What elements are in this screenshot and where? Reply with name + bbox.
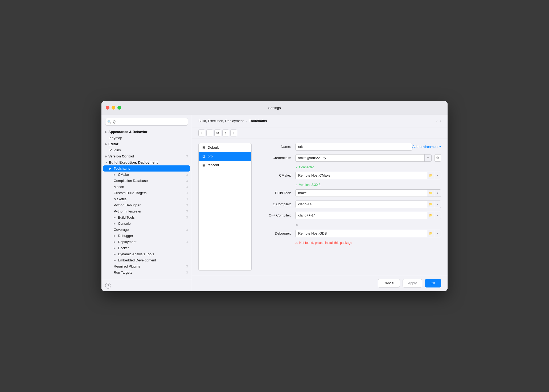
debugger-select-wrap[interactable]: Remote Host GDB 📁 ▾ (295, 230, 441, 237)
toolchain-item-tencent[interactable]: 🖥 tencent (199, 161, 251, 169)
breadcrumb-current: Toolchains (249, 119, 267, 123)
c-compiler-dropdown-button[interactable]: ▾ (434, 201, 441, 208)
window-title: Settings (268, 106, 281, 110)
sync-icon: ⊡ (186, 265, 188, 268)
sidebar-item-label: Editor (108, 142, 118, 146)
build-tool-field-wrap: make 📁 ▾ (295, 189, 441, 197)
credentials-select-wrap[interactable]: smith@orb:22 key ▾ (295, 154, 432, 162)
c-compiler-field-wrap: clang-14 📁 ▾ (295, 201, 441, 208)
back-arrow[interactable]: ‹ (436, 119, 437, 123)
cpp-compiler-file-button[interactable]: 📁 (427, 212, 434, 219)
debugger-error-text: Not found, please install this package (299, 241, 352, 245)
sidebar-item-debugger[interactable]: ▶ Debugger (101, 233, 192, 239)
sidebar-item-python-interpreter[interactable]: Python Interpreter ⊡ (101, 208, 192, 214)
c-compiler-row: C Compiler: clang-14 📁 ▾ (258, 201, 441, 208)
sidebar-item-deployment[interactable]: ▶ Deployment ⊡ (101, 239, 192, 245)
sidebar-item-plugins[interactable]: Plugins (101, 147, 192, 153)
chevron-down-icon: ▾ (439, 145, 441, 149)
c-compiler-label: C Compiler: (258, 202, 295, 206)
sidebar-item-run-targets[interactable]: Run Targets ⊡ (101, 269, 192, 276)
sidebar-item-label: Dynamic Analysis Tools (118, 252, 154, 256)
maximize-button[interactable] (117, 106, 121, 110)
breadcrumb-bar: Build, Execution, Deployment › Toolchain… (192, 115, 448, 127)
cancel-button[interactable]: Cancel (378, 279, 400, 287)
settings-window: Settings 🔍 ▶ Appearance & Behavior Keyma… (101, 101, 448, 291)
sidebar-footer: ? (101, 280, 192, 291)
minimize-button[interactable] (112, 106, 115, 110)
sidebar-item-build-tools[interactable]: ▶ Build Tools ⊡ (101, 214, 192, 220)
sidebar-item-coverage[interactable]: Coverage ⊡ (101, 227, 192, 233)
toolchain-area: 🖥 Default 🖥 orb 🖥 tencent (192, 139, 448, 275)
toolchain-item-orb[interactable]: 🖥 orb (199, 152, 251, 161)
sidebar-item-label: Makefile (114, 197, 126, 201)
sidebar-item-meson[interactable]: Meson ⊡ (101, 184, 192, 190)
sidebar-item-label: Embedded Development (118, 258, 156, 262)
c-compiler-select-wrap[interactable]: clang-14 📁 ▾ (295, 201, 441, 208)
sidebar-item-compilation-db[interactable]: Compilation Database ⊡ (101, 178, 192, 184)
add-button[interactable]: + (198, 130, 205, 136)
c-compiler-file-button[interactable]: 📁 (427, 201, 434, 208)
credentials-settings-button[interactable]: ⚙ (434, 154, 441, 162)
cpp-compiler-select-wrap[interactable]: clang++-14 📁 ▾ (295, 212, 441, 219)
copy-button[interactable]: ⧉ (214, 130, 221, 136)
sidebar-item-label: Deployment (118, 240, 136, 244)
build-tool-dropdown-button[interactable]: ▾ (434, 190, 441, 197)
toolchain-item-default[interactable]: 🖥 Default (199, 143, 251, 152)
add-environment-button[interactable]: Add environment ▾ (412, 145, 441, 149)
build-tool-select-wrap[interactable]: make 📁 ▾ (295, 189, 441, 197)
remove-button[interactable]: − (206, 130, 213, 136)
chevron-icon: ▶ (114, 240, 116, 243)
add-env-label: Add environment (412, 145, 439, 149)
sidebar-item-build-exec-deploy[interactable]: ▼ Build, Execution, Deployment (101, 159, 192, 165)
build-tool-label: Build Tool: (258, 191, 295, 195)
credentials-dropdown-button[interactable]: ▾ (424, 155, 431, 161)
sync-icon: ⊡ (186, 228, 188, 231)
search-input[interactable] (105, 118, 188, 126)
help-button[interactable]: ? (105, 283, 111, 289)
sidebar-item-required-plugins[interactable]: Required Plugins ⊡ (101, 263, 192, 269)
sync-icon: ⊡ (186, 173, 188, 176)
close-button[interactable] (106, 106, 109, 110)
main-content: 🔍 ▶ Appearance & Behavior Keymap ▶ Edito… (101, 115, 448, 291)
debugger-file-button[interactable]: 📁 (427, 230, 434, 237)
sidebar-item-editor[interactable]: ▶ Editor (101, 141, 192, 147)
apply-button[interactable]: Apply (403, 279, 423, 287)
sidebar-item-embedded-dev[interactable]: ▶ Embedded Development (101, 257, 192, 263)
sidebar-item-console[interactable]: ▶ Console (101, 220, 192, 227)
sidebar-item-makefile[interactable]: Makefile ⊡ (101, 196, 192, 202)
sidebar-item-dynamic-analysis[interactable]: ▶ Dynamic Analysis Tools (101, 251, 192, 257)
name-input[interactable] (295, 143, 412, 151)
cmake-dropdown-button[interactable]: ▾ (434, 172, 441, 179)
chevron-icon: ▶ (114, 253, 116, 256)
sidebar-item-cmake[interactable]: ▶ CMake ⊡ (101, 172, 192, 178)
toolchain-icon: 🖥 (202, 154, 206, 159)
sidebar-item-version-control[interactable]: ▶ Version Control ⊡ (101, 153, 192, 159)
chevron-icon: ▶ (105, 155, 107, 158)
move-up-button[interactable]: ↑ (222, 130, 229, 136)
cmake-file-button[interactable]: 📁 (427, 172, 434, 179)
connected-text: Connected (299, 165, 314, 169)
sidebar-item-toolchains[interactable]: ▶ Toolchains (103, 165, 190, 172)
sidebar-item-label: Keymap (109, 136, 122, 140)
sidebar-item-docker[interactable]: ▶ Docker (101, 245, 192, 251)
sidebar-item-keymap[interactable]: Keymap (101, 135, 192, 141)
sidebar-item-content: ▶ Embedded Development (114, 258, 156, 262)
move-down-button[interactable]: ↓ (230, 130, 237, 136)
cmake-select-wrap[interactable]: Remote Host CMake 📁 ▾ (295, 172, 441, 179)
ok-button[interactable]: OK (425, 279, 441, 287)
sidebar-item-appearance[interactable]: ▶ Appearance & Behavior (101, 129, 192, 135)
sidebar-item-label: Build, Execution, Deployment (109, 160, 158, 164)
sidebar-item-content: ▶ Docker (114, 246, 129, 250)
debugger-label: Debugger: (258, 231, 295, 235)
debugger-dropdown-button[interactable]: ▾ (434, 230, 441, 237)
sidebar-item-custom-build[interactable]: Custom Build Targets ⊡ (101, 190, 192, 196)
cpp-compiler-dropdown-button[interactable]: ▾ (434, 212, 441, 219)
sidebar-item-label: Toolchains (114, 166, 130, 170)
sidebar-item-label: Python Debugger (114, 203, 141, 207)
search-box[interactable]: 🔍 (105, 118, 188, 126)
sidebar-item-python-debugger[interactable]: Python Debugger ⊡ (101, 202, 192, 208)
cpp-compiler-value: clang++-14 (296, 212, 427, 219)
forward-arrow[interactable]: › (440, 119, 441, 123)
build-tool-file-button[interactable]: 📁 (427, 190, 434, 197)
sidebar-item-content: ▶ Console (114, 222, 131, 226)
